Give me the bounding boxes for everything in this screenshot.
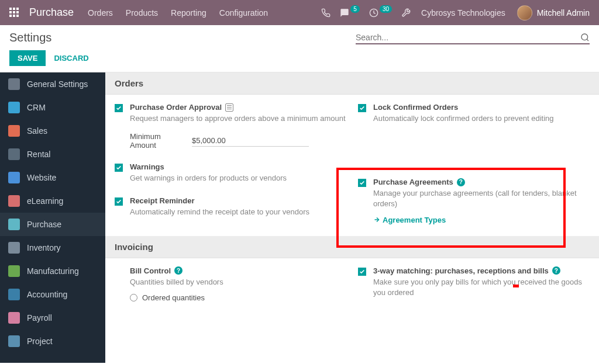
ic-payroll-icon: [8, 312, 20, 324]
sidebar-item-label: eLearning: [27, 196, 63, 206]
sidebar-item-label: Sales: [27, 126, 47, 136]
agreement-types-link[interactable]: Agreement Types: [373, 216, 590, 224]
tools-icon[interactable]: [401, 8, 411, 18]
ic-mfg-icon: [8, 265, 20, 277]
section-orders: Orders: [105, 72, 599, 95]
app-brand[interactable]: Purchase: [29, 6, 74, 19]
ic-gear-icon: [8, 78, 20, 90]
save-button[interactable]: SAVE: [9, 50, 46, 66]
settings-content[interactable]: Orders Purchase Order Approval Request m…: [105, 72, 599, 363]
ic-project-icon: [8, 335, 20, 347]
apps-icon[interactable]: [9, 8, 20, 18]
company-name[interactable]: Cybrosys Technologies: [421, 8, 505, 18]
svg-point-1: [581, 34, 588, 40]
sidebar-item-accounting[interactable]: Accounting: [0, 283, 105, 306]
messages-badge: 5: [350, 5, 360, 13]
sidebar-item-general-settings[interactable]: General Settings: [0, 72, 105, 96]
warnings-desc: Get warnings in orders for products or v…: [130, 173, 346, 183]
sidebar-item-inventory[interactable]: Inventory: [0, 236, 105, 259]
po-approval-title: Purchase Order Approval: [130, 103, 222, 112]
sidebar-item-label: Rental: [27, 150, 50, 159]
agreements-desc: Manage your purchase agreements (call fo…: [373, 188, 590, 209]
help-icon[interactable]: ?: [174, 266, 183, 275]
po-approval-desc: Request managers to approve orders above…: [130, 113, 346, 124]
bill-control-desc: Quantities billed by vendors: [130, 277, 346, 287]
radio-ordered-label: Ordered quantities: [142, 293, 205, 302]
activities-icon[interactable]: 30: [369, 8, 392, 18]
ic-sales-icon: [8, 125, 20, 137]
discard-button[interactable]: DISCARD: [54, 54, 88, 63]
action-bar: SAVE DISCARD: [0, 47, 599, 72]
chk-lock[interactable]: [358, 104, 366, 112]
nav-reporting[interactable]: Reporting: [171, 8, 206, 18]
warnings-title: Warnings: [130, 162, 346, 171]
ic-elearn-icon: [8, 195, 20, 207]
avatar: [517, 5, 532, 20]
sidebar-item-manufacturing[interactable]: Manufacturing: [0, 259, 105, 283]
sidebar-item-label: CRM: [27, 103, 46, 112]
ic-purchase-icon: [8, 219, 20, 230]
3way-title: 3-way matching: purchases, receptions an…: [373, 266, 549, 275]
sidebar-item-purchase[interactable]: Purchase: [0, 213, 105, 236]
control-panel: Settings: [0, 25, 599, 47]
phone-icon[interactable]: [321, 8, 331, 18]
ic-crm-icon: [8, 102, 20, 113]
sidebar-item-label: Purchase: [27, 220, 61, 229]
chk-po-approval[interactable]: [115, 104, 123, 112]
chk-warnings[interactable]: [115, 164, 123, 172]
radio-ordered-qty[interactable]: [130, 294, 137, 301]
receipt-desc: Automatically remind the receipt date to…: [130, 207, 346, 217]
top-nav: Purchase Orders Products Reporting Confi…: [0, 0, 599, 25]
activities-badge: 30: [380, 5, 392, 13]
nav-orders[interactable]: Orders: [88, 8, 113, 18]
sidebar-item-label: Project: [27, 337, 53, 346]
sidebar-item-label: Manufacturing: [27, 266, 79, 276]
sidebar-item-label: Website: [27, 173, 56, 182]
nav-configuration[interactable]: Configuration: [219, 8, 268, 18]
min-amount-label: Minimum Amount: [130, 132, 171, 150]
ic-inventory-icon: [8, 242, 20, 254]
receipt-title: Receipt Reminder: [130, 196, 346, 205]
ic-website-icon: [8, 172, 20, 183]
doc-icon: [225, 103, 233, 112]
user-menu[interactable]: Mitchell Admin: [517, 5, 590, 20]
sidebar-item-website[interactable]: Website: [0, 166, 105, 189]
user-name: Mitchell Admin: [537, 8, 590, 18]
nav-products[interactable]: Products: [126, 8, 158, 18]
chk-agreements[interactable]: [358, 179, 366, 187]
sidebar-item-label: General Settings: [27, 79, 88, 89]
messages-icon[interactable]: 5: [340, 8, 360, 18]
sidebar-item-sales[interactable]: Sales: [0, 119, 105, 143]
search-wrap: [356, 32, 590, 44]
min-amount-value[interactable]: $5,000.00: [192, 135, 309, 147]
3way-desc: Make sure you only pay bills for which y…: [373, 277, 590, 298]
sidebar-item-label: Inventory: [27, 243, 61, 252]
red-marker: [513, 285, 519, 287]
search-icon[interactable]: [580, 33, 590, 42]
sidebar-item-project[interactable]: Project: [0, 330, 105, 353]
svg-line-2: [587, 39, 588, 41]
help-icon[interactable]: ?: [552, 266, 560, 275]
sidebar-item-crm[interactable]: CRM: [0, 96, 105, 119]
chk-3way[interactable]: [358, 268, 366, 276]
bill-control-title: Bill Control: [130, 266, 171, 275]
chk-receipt[interactable]: [115, 197, 123, 206]
search-input[interactable]: [356, 33, 580, 42]
page-title: Settings: [9, 31, 51, 44]
ic-rental-icon: [8, 148, 20, 160]
section-invoicing: Invoicing: [105, 236, 599, 258]
sidebar-item-rental[interactable]: Rental: [0, 143, 105, 166]
sidebar-item-elearning[interactable]: eLearning: [0, 189, 105, 213]
settings-sidebar: General SettingsCRMSalesRentalWebsiteeLe…: [0, 72, 105, 363]
agreements-title: Purchase Agreements: [373, 178, 453, 186]
lock-title: Lock Confirmed Orders: [373, 103, 590, 112]
sidebar-item-label: Accounting: [27, 290, 67, 299]
sidebar-item-label: Payroll: [27, 313, 52, 323]
lock-desc: Automatically lock confirmed orders to p…: [373, 113, 590, 124]
help-icon[interactable]: ?: [457, 178, 465, 186]
ic-acct-icon: [8, 289, 20, 300]
sidebar-item-payroll[interactable]: Payroll: [0, 306, 105, 330]
